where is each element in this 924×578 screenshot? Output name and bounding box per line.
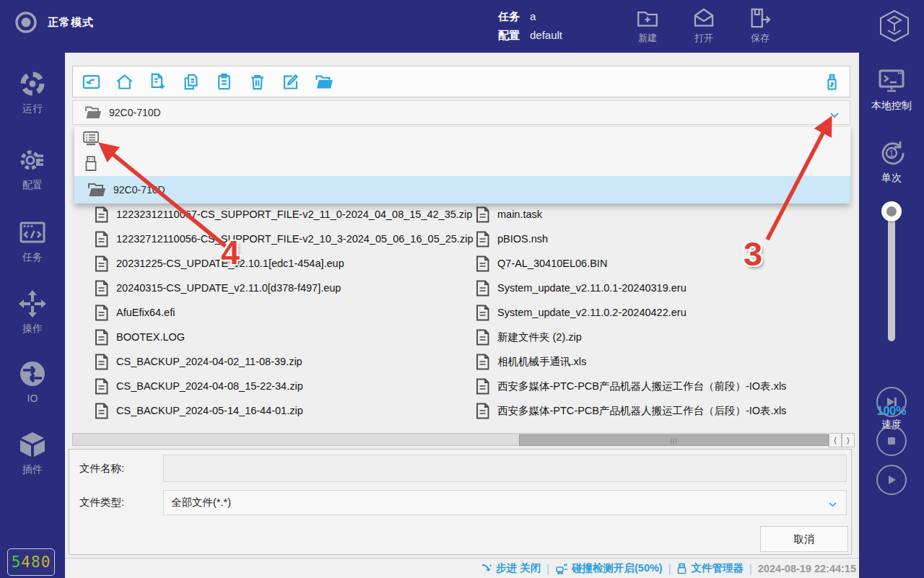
file-item[interactable]: 12232712110056-CS_SUPPORT_FILE-v2_10_3-2…	[94, 227, 473, 251]
copy-button[interactable]	[181, 72, 201, 92]
open-folder-icon	[314, 72, 334, 92]
sidebar-item-single-cycle[interactable]: 1 单次	[859, 138, 924, 185]
stop-icon	[885, 434, 898, 447]
run-icon	[17, 69, 48, 99]
sidebar-item-io[interactable]: IO	[0, 359, 65, 404]
file-item[interactable]: BOOTEX.LOG	[94, 325, 473, 349]
file-icon	[475, 378, 490, 395]
file-icon	[94, 231, 109, 248]
horizontal-scrollbar[interactable]: |||	[72, 433, 827, 446]
skip-next-button[interactable]	[876, 387, 907, 417]
file-item[interactable]: 20240315-CS_UPDATE_v2.11.0[d378-f497].eu…	[94, 276, 473, 300]
file-icon	[94, 354, 109, 370]
task-icon	[17, 217, 48, 248]
speed-slider-track[interactable]	[888, 210, 895, 341]
file-item[interactable]: CS_BACKUP_2024-04-08_15-22-34.zip	[94, 374, 473, 398]
terminal-icon	[876, 66, 907, 96]
sidebar-item-operate[interactable]: 操作	[0, 289, 65, 336]
config-icon	[17, 145, 48, 175]
file-item[interactable]: CS_BACKUP_2024-05-14_16-44-01.zip	[94, 398, 473, 423]
file-item[interactable]: 20231225-CS_UPDATE_v2.10.1[edc1-454a].eu…	[94, 251, 473, 276]
file-list-left: 12232312110067-CS_SUPPORT_FILE-v2_11_0-2…	[94, 202, 473, 423]
step-status: 步进 关闭	[481, 561, 541, 575]
file-name-input[interactable]	[163, 455, 847, 482]
drive-dropdown: 92C0-710D	[74, 127, 850, 203]
config-value: default	[530, 29, 562, 41]
counter-value: 5480	[12, 553, 51, 571]
new-task-button[interactable]: 新建	[635, 6, 660, 45]
file-icon	[94, 206, 109, 223]
speed-slider-handle[interactable]	[881, 201, 902, 222]
paste-button[interactable]	[214, 72, 234, 92]
dropdown-item-folder[interactable]: 92C0-710D	[74, 176, 850, 203]
rename-button[interactable]	[281, 72, 300, 92]
skip-next-icon	[884, 395, 899, 409]
scrollbar-thumb[interactable]: |||	[519, 434, 829, 446]
mode-status-icon	[13, 9, 39, 35]
open-folder-button[interactable]	[314, 72, 334, 92]
cancel-button[interactable]: 取消	[760, 526, 848, 552]
sidebar-item-plugin[interactable]: 插件	[0, 429, 65, 476]
mode-indicator: 正常模式	[13, 9, 94, 35]
file-dialog-form: 文件名称: 文件类型: 全部文件(*.*) 取消	[69, 449, 852, 555]
file-item[interactable]: 新建文件夹 (2).zip	[475, 325, 854, 349]
file-item[interactable]: System_update_v2.11.0.1-20240319.eru	[475, 276, 854, 300]
file-icon	[475, 280, 490, 297]
file-item[interactable]: 12232312110067-CS_SUPPORT_FILE-v2_11_0-2…	[94, 202, 473, 227]
collision-status: 碰撞检测开启(50%)	[555, 561, 663, 575]
scroll-left-button[interactable]: ⟨	[829, 433, 842, 447]
sidebar-item-config[interactable]: 配置	[0, 145, 65, 192]
new-file-icon	[148, 72, 167, 92]
play-icon	[884, 473, 899, 487]
file-icon	[475, 354, 490, 370]
file-manager-status: 文件管理器	[676, 561, 744, 575]
file-item[interactable]: CS_BACKUP_2024-04-02_11-08-39.zip	[94, 349, 473, 374]
file-item[interactable]: System_update_v2.11.0.2-20240422.eru	[475, 300, 854, 325]
folder-open-icon	[87, 182, 106, 198]
dropdown-item-computer[interactable]	[74, 127, 850, 152]
cycle-counter: 5480	[7, 548, 55, 576]
home-icon	[115, 72, 134, 92]
file-item[interactable]: 西安多媒体-PTC-PCB产品机器人搬运工作台（后段）-IO表.xls	[475, 398, 854, 423]
file-item[interactable]: 相机机械手通讯.xls	[475, 349, 854, 374]
dropdown-item-usb[interactable]	[74, 152, 850, 176]
top-bar: 正常模式 任务a 配置default 新建 打开	[0, 0, 924, 53]
file-item[interactable]: AfuEfix64.efi	[94, 300, 473, 325]
sidebar-item-local-control[interactable]: 本地控制	[859, 66, 924, 113]
sidebar-item-task[interactable]: 任务	[0, 217, 65, 264]
path-combobox[interactable]: 92C0-710D	[72, 100, 850, 125]
file-type-select[interactable]: 全部文件(*.*)	[163, 490, 847, 515]
scroll-right-button[interactable]: ⟩	[842, 433, 855, 447]
config-label: 配置	[498, 29, 520, 41]
annotation-number-4: 4	[221, 232, 240, 272]
file-icon	[475, 305, 490, 321]
file-item[interactable]: 西安多媒体-PTC-PCB产品机器人搬运工作台（前段）-IO表.xls	[475, 374, 854, 398]
save-task-button[interactable]: 保存	[748, 6, 772, 45]
chevron-down-icon[interactable]	[829, 109, 840, 122]
copy-icon	[181, 72, 201, 92]
open-task-button[interactable]: 打开	[692, 6, 716, 45]
delete-icon	[248, 72, 267, 92]
paste-icon	[214, 72, 234, 92]
right-sidebar: 本地控制 1 单次 100% 速度	[859, 53, 924, 578]
delete-button[interactable]	[248, 72, 267, 92]
file-item[interactable]: pBIOS.nsh	[475, 227, 854, 251]
file-toolbar	[72, 66, 850, 97]
usb-stick-icon	[82, 154, 100, 173]
sidebar-item-run[interactable]: 运行	[0, 69, 65, 115]
back-button[interactable]	[82, 72, 101, 92]
file-icon	[94, 255, 109, 272]
new-file-button[interactable]	[148, 72, 167, 92]
usb-transfer-button[interactable]	[822, 72, 842, 92]
usb-drive-icon	[822, 72, 842, 92]
collision-detection-icon	[555, 563, 568, 574]
play-button[interactable]	[876, 465, 907, 495]
stop-button[interactable]	[876, 426, 907, 456]
file-type-label: 文件类型:	[79, 496, 124, 509]
back-icon	[82, 72, 101, 92]
home-button[interactable]	[115, 72, 134, 92]
file-item[interactable]: main.task	[475, 202, 854, 227]
left-sidebar: 运行 配置 任务 操作	[0, 53, 65, 578]
file-list-right: main.task pBIOS.nsh Q7-AL_30410EL06.BIN …	[475, 202, 854, 423]
file-item[interactable]: Q7-AL_30410EL06.BIN	[475, 251, 854, 276]
